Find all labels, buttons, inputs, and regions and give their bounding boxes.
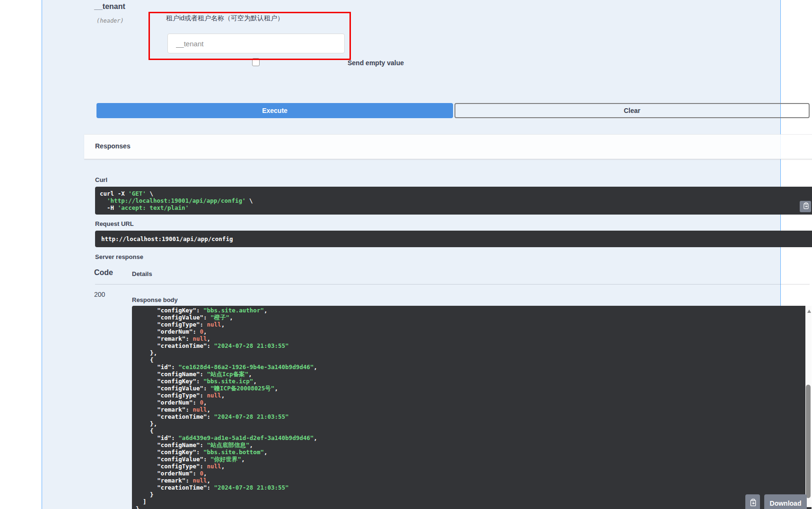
table-divider: [95, 284, 810, 285]
clipboard-icon: [749, 499, 757, 508]
parameter-description: 租户id或者租户名称（可空为默认租户）: [166, 14, 284, 23]
send-empty-value-label: Send empty value: [348, 59, 404, 67]
curl-command-text: curl -X 'GET' \ 'http://localhost:19001/…: [100, 190, 796, 211]
swagger-get-endpoint-page: { "parameter": { "name": "__tenant", "lo…: [0, 0, 812, 509]
parameter-name: __tenant: [94, 2, 125, 11]
request-url-label: Request URL: [95, 220, 134, 227]
details-column-header: Details: [132, 270, 152, 277]
response-body-block[interactable]: "configKey": "bbs.site.author", "configV…: [132, 306, 812, 509]
download-button[interactable]: Download: [764, 494, 807, 509]
response-body-label: Response body: [132, 296, 178, 303]
clear-button[interactable]: Clear: [454, 103, 810, 118]
curl-command-block[interactable]: curl -X 'GET' \ 'http://localhost:19001/…: [95, 187, 812, 215]
status-code: 200: [94, 291, 105, 298]
response-body-json: "configKey": "bbs.site.author", "configV…: [136, 307, 797, 509]
scroll-up-icon[interactable]: [807, 310, 811, 313]
parameter-location: (header): [96, 17, 124, 24]
code-column-header: Code: [94, 268, 113, 277]
execute-button[interactable]: Execute: [96, 103, 453, 118]
send-empty-value-checkbox[interactable]: [252, 58, 260, 66]
responses-section-header: [84, 134, 812, 159]
copy-curl-button[interactable]: [800, 201, 811, 212]
request-url-block: http://localhost:19001/api/app/config: [95, 231, 812, 247]
opblock-get-body: __tenant (header) 租户id或者租户名称（可空为默认租户） Se…: [42, 0, 781, 509]
curl-label: Curl: [95, 176, 107, 183]
tenant-input[interactable]: [167, 34, 345, 53]
clipboard-icon: [802, 202, 809, 211]
responses-title: Responses: [95, 142, 131, 150]
request-url-value: http://localhost:19001/api/app/config: [101, 235, 811, 242]
server-response-label: Server response: [95, 253, 143, 260]
scrollbar-thumb[interactable]: [806, 385, 811, 498]
copy-response-button[interactable]: [745, 494, 760, 509]
